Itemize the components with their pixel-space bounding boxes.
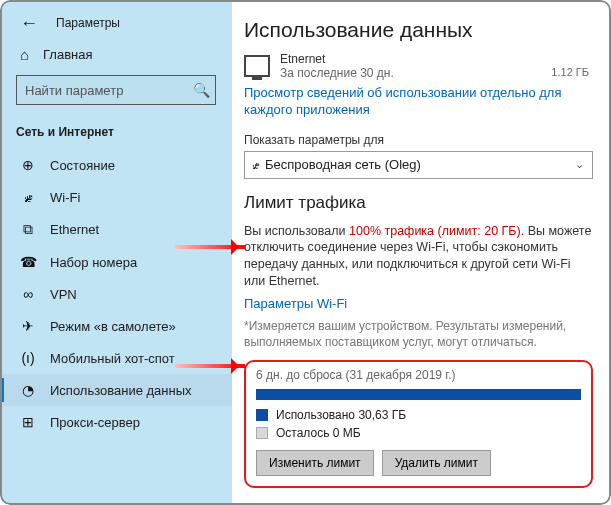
data-usage-icon: ◔ [20,382,36,398]
window-title: Параметры [56,16,120,30]
page-title: Использование данных [244,18,593,42]
search-input[interactable] [25,83,193,98]
proxy-icon: ⊞ [20,414,36,430]
sidebar: ← Параметры ⌂ Главная 🔍 Сеть и Интернет … [0,0,232,505]
sidebar-item-label: Ethernet [50,222,99,237]
sidebar-item-label: Wi-Fi [50,190,80,205]
sidebar-item-vpn[interactable]: ∞VPN [0,278,232,310]
vpn-icon: ∞ [20,286,36,302]
legend-used-label: Использовано 30,63 ГБ [276,408,406,422]
sidebar-item-label: Состояние [50,158,115,173]
limit-box: 6 дн. до сброса (31 декабря 2019 г.) Исп… [244,360,593,488]
ethernet-icon [244,55,270,77]
home-link[interactable]: ⌂ Главная [0,40,232,69]
sidebar-item-airplane[interactable]: ✈Режим «в самолете» [0,310,232,342]
home-label: Главная [43,47,92,62]
sidebar-item-label: Набор номера [50,255,137,270]
status-icon: ⊕ [20,157,36,173]
usage-bar [256,389,581,400]
dropdown-value: Беспроводная сеть (Oleg) [265,157,421,172]
adapter-sublabel: За последние 30 дн. [280,66,394,80]
wifi-icon: ⸙ [253,158,259,172]
sidebar-item-hotspot[interactable]: (ı)Мобильный хот-спот [0,342,232,374]
network-dropdown[interactable]: ⸙Беспроводная сеть (Oleg) ⌄ [244,151,593,179]
search-icon: 🔍 [193,82,210,98]
chevron-down-icon: ⌄ [575,158,584,171]
sidebar-item-label: Мобильный хот-спот [50,351,175,366]
sidebar-item-label: Режим «в самолете» [50,319,176,334]
wifi-icon: ⸙ [20,189,36,205]
delete-limit-button[interactable]: Удалить лимит [382,450,491,476]
sidebar-item-proxy[interactable]: ⊞Прокси-сервер [0,406,232,438]
adapter-label: Etnernet [280,52,394,66]
dialup-icon: ☎ [20,254,36,270]
sidebar-item-status[interactable]: ⊕Состояние [0,149,232,181]
sidebar-item-data-usage[interactable]: ◔Использование данных [0,374,232,406]
search-field[interactable]: 🔍 [16,75,216,105]
sidebar-item-label: VPN [50,287,77,302]
sidebar-item-label: Использование данных [50,383,192,398]
reset-countdown: 6 дн. до сброса (31 декабря 2019 г.) [256,368,581,382]
wifi-settings-link[interactable]: Параметры Wi-Fi [244,296,593,313]
annotation-arrow-2 [175,364,245,368]
ethernet-icon: ⧉ [20,221,36,238]
legend-left-swatch [256,427,268,439]
back-icon[interactable]: ← [20,14,38,32]
total-usage: 1.12 ГБ [551,66,589,78]
main-content: Использование данных Etnernet За последн… [232,0,611,505]
section-header: Сеть и Интернет [0,121,232,149]
legend-left-label: Осталось 0 МБ [276,426,361,440]
show-settings-label: Показать параметры для [244,133,593,147]
measurement-note: *Измеряется вашим устройством. Результат… [244,319,593,350]
annotation-arrow-1 [175,245,245,249]
sidebar-item-ethernet[interactable]: ⧉Ethernet [0,213,232,246]
legend-used-swatch [256,409,268,421]
limit-description: Вы использовали 100% трафика (лимит: 20 … [244,223,593,291]
change-limit-button[interactable]: Изменить лимит [256,450,374,476]
sidebar-item-wifi[interactable]: ⸙Wi-Fi [0,181,232,213]
sidebar-item-label: Прокси-сервер [50,415,140,430]
home-icon: ⌂ [20,46,29,63]
airplane-icon: ✈ [20,318,36,334]
per-app-link[interactable]: Просмотр сведений об использовании отдел… [244,85,593,119]
sidebar-item-dialup[interactable]: ☎Набор номера [0,246,232,278]
limit-title: Лимит трафика [244,193,593,213]
hotspot-icon: (ı) [20,350,36,366]
